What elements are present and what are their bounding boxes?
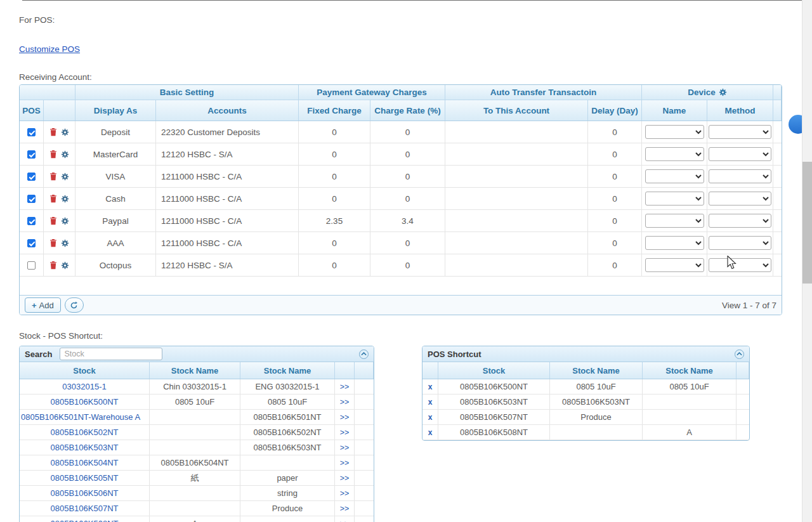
stock-link[interactable]: 0805B106K503NT <box>51 443 119 452</box>
device-name-select[interactable] <box>645 258 704 272</box>
col-header-accounts[interactable]: Accounts <box>156 100 299 121</box>
stock-name1-cell: Chin 03032015-1 <box>150 379 240 394</box>
move-link[interactable]: >> <box>340 489 350 498</box>
col-header-stock-name2[interactable]: Stock Name <box>643 362 737 379</box>
accounts-cell: 1211000 HSBC - C/A <box>156 232 299 254</box>
row-settings-gear-icon[interactable] <box>61 128 69 136</box>
row-settings-gear-icon[interactable] <box>61 239 69 247</box>
col-header-to-this-account[interactable]: To This Account <box>445 100 588 121</box>
col-header-stock[interactable]: Stock <box>438 362 550 379</box>
move-link[interactable]: >> <box>340 459 350 467</box>
delete-row-icon[interactable] <box>49 217 57 225</box>
row-settings-gear-icon[interactable] <box>61 217 69 225</box>
device-name-select[interactable] <box>645 192 704 206</box>
col-header-charge-rate[interactable]: Charge Rate (%) <box>370 100 445 121</box>
move-link[interactable]: >> <box>340 398 350 407</box>
row-spacer <box>355 455 374 470</box>
stock-link[interactable]: 0805B106K504NT <box>51 458 119 467</box>
device-method-select[interactable] <box>709 258 771 272</box>
device-method-select[interactable] <box>709 214 771 228</box>
display-as-cell: MasterCard <box>75 143 156 165</box>
delay-cell: 0 <box>588 188 642 209</box>
device-method-select[interactable] <box>709 236 771 250</box>
search-input[interactable] <box>60 348 162 360</box>
device-method-select[interactable] <box>709 125 771 139</box>
stock-link[interactable]: 0805B106K506NT <box>51 488 119 498</box>
device-name-select[interactable] <box>645 125 704 139</box>
row-settings-gear-icon[interactable] <box>61 195 69 203</box>
row-settings-gear-icon[interactable] <box>61 261 69 270</box>
stock-link[interactable]: 0805B106K507NT <box>51 504 119 513</box>
col-header-delay-day[interactable]: Delay (Day) <box>588 100 642 121</box>
delay-cell: 0 <box>588 121 642 143</box>
pos-checkbox[interactable] <box>27 217 36 225</box>
table-row: AAA 1211000 HSBC - C/A 0 0 0 <box>20 232 782 254</box>
refresh-button[interactable] <box>65 297 84 313</box>
pos-checkbox[interactable] <box>27 261 36 270</box>
row-settings-gear-icon[interactable] <box>61 173 69 181</box>
col-header-method[interactable]: Method <box>707 100 773 121</box>
stock-link[interactable]: 0805B106K502NT <box>51 427 119 437</box>
stock-link[interactable]: 0805B106K505NT <box>51 473 119 483</box>
delete-row-icon[interactable] <box>49 173 57 181</box>
stock-name1-cell: 0805 10uF <box>550 379 643 394</box>
stock-link[interactable]: 0805B106K508NT <box>51 519 119 522</box>
move-link[interactable]: >> <box>340 474 350 483</box>
stock-link[interactable]: 03032015-1 <box>62 382 106 391</box>
col-header-name[interactable]: Name <box>642 100 707 121</box>
device-name-select[interactable] <box>645 147 704 161</box>
delete-row-icon[interactable] <box>49 195 57 203</box>
pos-checkbox[interactable] <box>27 150 36 159</box>
move-link[interactable]: >> <box>340 504 350 513</box>
stock-link[interactable]: 0805B106K501NT-Warehouse A <box>21 412 140 422</box>
move-link[interactable]: >> <box>340 413 350 422</box>
delete-row-icon[interactable] <box>49 261 57 270</box>
col-header-stock-name1[interactable]: Stock Name <box>150 362 240 379</box>
customize-pos-link[interactable]: Customize POS <box>19 44 80 54</box>
collapse-icon[interactable] <box>735 349 744 359</box>
device-method-select[interactable] <box>709 192 771 206</box>
device-name-select[interactable] <box>645 169 704 183</box>
stock-link[interactable]: 0805B106K500NT <box>51 397 119 407</box>
add-button[interactable]: + Add <box>25 297 61 313</box>
device-method-select[interactable] <box>709 147 771 161</box>
pos-checkbox[interactable] <box>27 195 36 203</box>
collapse-icon[interactable] <box>359 349 369 359</box>
stock-name2-cell <box>240 455 335 470</box>
row-spacer <box>737 410 749 424</box>
stock-row: 0805B106K500NT 0805 10uF 0805 10uF >> <box>20 395 374 410</box>
stock-name2-cell: paper <box>240 471 335 485</box>
col-header-display-as[interactable]: Display As <box>75 100 156 121</box>
scrollbar-thumb[interactable] <box>802 162 812 284</box>
delete-row-icon[interactable] <box>49 239 57 247</box>
delay-cell: 0 <box>588 210 642 232</box>
plus-icon: + <box>32 301 37 310</box>
move-link[interactable]: >> <box>340 443 350 452</box>
pos-checkbox[interactable] <box>27 128 36 136</box>
col-header-stock-name2[interactable]: Stock Name <box>240 362 335 379</box>
col-header-stock[interactable]: Stock <box>20 362 150 379</box>
col-header-pos[interactable]: POS <box>20 100 44 121</box>
col-header-fixed-charge[interactable]: Fixed Charge <box>299 100 370 121</box>
move-cell: >> <box>335 486 355 500</box>
col-header-stock-name1[interactable]: Stock Name <box>550 362 643 379</box>
remove-link[interactable]: x <box>428 413 433 422</box>
pos-checkbox[interactable] <box>27 239 36 247</box>
device-name-select[interactable] <box>645 214 704 228</box>
row-settings-gear-icon[interactable] <box>61 150 69 159</box>
move-link[interactable]: >> <box>340 382 350 391</box>
remove-link[interactable]: x <box>428 398 433 407</box>
scrollbar[interactable] <box>802 0 812 522</box>
delete-row-icon[interactable] <box>49 150 57 159</box>
move-link[interactable]: >> <box>340 519 350 522</box>
device-name-select[interactable] <box>645 236 704 250</box>
device-name-cell <box>642 143 707 165</box>
stock-cell: 0805B106K504NT <box>20 455 150 470</box>
delete-row-icon[interactable] <box>49 128 57 136</box>
pos-checkbox[interactable] <box>27 173 36 181</box>
remove-link[interactable]: x <box>428 428 433 437</box>
device-method-select[interactable] <box>709 169 771 183</box>
device-gear-icon[interactable] <box>719 88 727 96</box>
move-link[interactable]: >> <box>340 428 350 437</box>
remove-link[interactable]: x <box>428 382 433 391</box>
